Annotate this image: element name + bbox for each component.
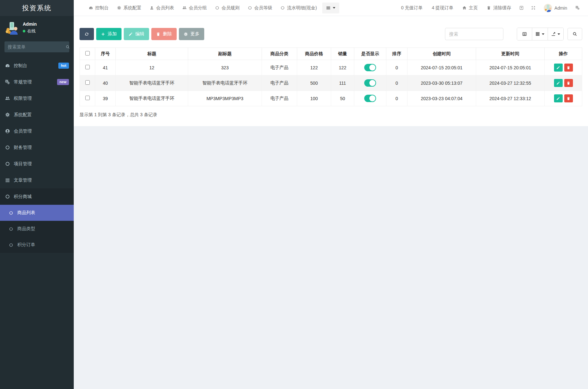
edit-row-button[interactable] — [554, 79, 563, 87]
pencil-icon — [129, 32, 133, 36]
user-status: 在线 — [23, 28, 37, 34]
columns-button[interactable] — [532, 28, 548, 40]
column-header: 销量 — [331, 48, 354, 60]
avatar — [544, 4, 552, 12]
clear-cache-link[interactable]: 清除缓存 — [482, 0, 516, 16]
sidebar-treeview: 积分商城商品列表商品类型积分订单 — [0, 188, 74, 253]
withdraw-orders-link[interactable]: 4 提现订单 — [427, 0, 458, 16]
sidebar-item[interactable]: 项目管理 — [0, 156, 74, 172]
more-button[interactable]: 更多 — [179, 28, 204, 40]
list-icon — [5, 178, 10, 183]
topnav-item[interactable]: 会员规则 — [211, 0, 244, 16]
fullscreen-button[interactable] — [527, 0, 539, 16]
search-button[interactable] — [567, 28, 582, 40]
topnav-item[interactable]: 会员等级 — [244, 0, 276, 16]
delete-button[interactable]: 删除 — [151, 28, 177, 40]
dashboard-icon — [5, 63, 10, 68]
recharge-orders-link[interactable]: 0 充值订单 — [397, 0, 427, 16]
delete-row-button[interactable] — [564, 64, 573, 72]
column-header: 副标题 — [188, 48, 262, 60]
export-button[interactable] — [548, 28, 563, 40]
visibility-toggle[interactable] — [364, 79, 376, 87]
settings-button[interactable] — [572, 0, 584, 16]
column-header: 是否显示 — [354, 48, 386, 60]
table-search-input[interactable] — [445, 28, 503, 40]
column-header: 商品价格 — [297, 48, 331, 60]
export-icon — [551, 32, 556, 36]
edit-row-button[interactable] — [554, 64, 563, 72]
content: 添加 编辑 删除 更多 序号标题副标题商品分类商品价格销量是否显 — [74, 16, 588, 389]
sidebar-item[interactable]: 权限管理 — [0, 90, 74, 107]
online-dot — [23, 30, 25, 32]
select-all-checkbox[interactable] — [85, 51, 90, 56]
row-checkbox[interactable] — [85, 96, 90, 100]
delete-row-button[interactable] — [564, 94, 573, 102]
sidebar-item[interactable]: 控制台hot — [0, 57, 74, 74]
sidebar-item[interactable]: 会员管理 — [0, 123, 74, 139]
expand-icon — [531, 6, 535, 10]
add-button[interactable]: 添加 — [96, 28, 122, 40]
table-row: 40智能手表电话蓝牙手环智能手表电话蓝牙手环电子产品50011102023-03… — [80, 75, 582, 91]
edit-row-button[interactable] — [554, 94, 563, 102]
main-area: 控制台系统配置会员列表会员分组会员规则会员等级流水明细(现金) 0 充值订单 4… — [74, 0, 588, 389]
topnav-item[interactable]: 会员分组 — [178, 0, 211, 16]
circle-icon — [5, 161, 10, 166]
search-icon[interactable] — [66, 45, 70, 49]
edit-button[interactable]: 编辑 — [124, 28, 149, 40]
sidebar-item[interactable]: 常规管理new — [0, 74, 74, 90]
users-icon — [182, 6, 187, 10]
delete-row-button[interactable] — [564, 79, 573, 87]
detail-view-button[interactable] — [517, 28, 532, 40]
cogs-icon — [5, 80, 10, 84]
sidebar-item[interactable]: 积分商城 — [0, 188, 74, 205]
avatar — [4, 21, 19, 35]
user-circle-icon — [5, 129, 10, 134]
navbar-right: 0 充值订单 4 提现订单 主页 清除缓存 — [397, 0, 584, 16]
refresh-button[interactable] — [80, 28, 94, 40]
circle-icon — [8, 227, 14, 231]
circle-icon — [8, 243, 14, 247]
dashboard-icon — [89, 6, 93, 10]
home-icon — [462, 6, 466, 10]
caret-down-icon — [542, 33, 544, 35]
gear-icon — [5, 112, 10, 117]
sidebar-subitem[interactable]: 积分订单 — [0, 237, 74, 253]
column-header: 更新时间 — [476, 48, 545, 60]
sidebar-toggle-button[interactable] — [78, 5, 85, 11]
language-button[interactable] — [516, 0, 527, 16]
hot-badge: hot — [58, 63, 69, 69]
sidebar-subitem[interactable]: 商品类型 — [0, 221, 74, 237]
sidebar-search-input[interactable] — [8, 44, 66, 49]
circle-icon — [8, 211, 14, 215]
topnav-item[interactable]: 流水明细(现金) — [276, 0, 321, 16]
row-checkbox[interactable] — [85, 65, 90, 69]
topnav-item[interactable]: 控制台 — [85, 0, 113, 16]
top-navbar: 控制台系统配置会员列表会员分组会员规则会员等级流水明细(现金) 0 充值订单 4… — [74, 0, 588, 16]
visibility-toggle[interactable] — [364, 64, 376, 71]
plus-icon — [101, 32, 105, 36]
products-table: 序号标题副标题商品分类商品价格销量是否显示排序创建时间更新时间操作4112323… — [80, 48, 582, 106]
visibility-toggle[interactable] — [364, 95, 376, 102]
grid-icon — [535, 32, 540, 36]
sidebar-item[interactable]: 文章管理 — [0, 172, 74, 188]
sidebar-item[interactable]: 系统配置 — [0, 107, 74, 123]
trash-icon — [487, 6, 491, 10]
toolbar: 添加 编辑 删除 更多 — [80, 28, 582, 40]
circle-icon — [5, 194, 10, 199]
nav-more-dropdown[interactable] — [322, 3, 339, 13]
topnav-item[interactable]: 系统配置 — [113, 0, 146, 16]
row-checkbox[interactable] — [85, 80, 90, 85]
user-panel: Admin 在线 — [0, 16, 74, 38]
page: 投资系统 Admin 在线 — [0, 0, 588, 389]
gears-icon — [575, 6, 580, 10]
topnav-item[interactable]: 会员列表 — [146, 0, 178, 16]
users-icon — [5, 96, 10, 101]
user-menu[interactable]: Admin — [539, 0, 572, 16]
app-title: 投资系统 — [0, 0, 74, 16]
column-header: 操作 — [545, 48, 582, 60]
new-badge: new — [57, 79, 69, 85]
view-button-group — [517, 28, 564, 40]
sidebar-item[interactable]: 财务管理 — [0, 139, 74, 156]
home-link[interactable]: 主页 — [458, 0, 482, 16]
sidebar-subitem[interactable]: 商品列表 — [0, 205, 74, 221]
